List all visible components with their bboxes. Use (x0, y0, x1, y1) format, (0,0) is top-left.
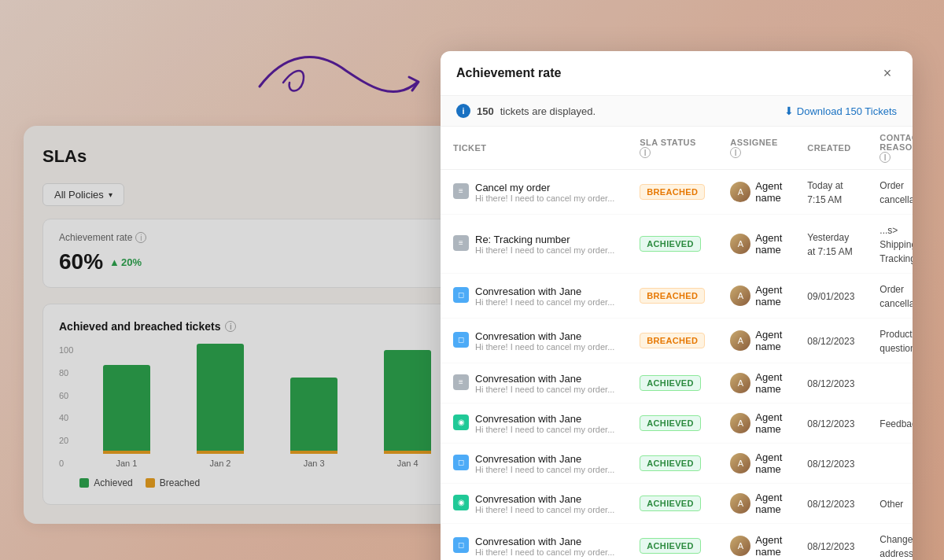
modal-title: Achievement rate (456, 66, 561, 80)
sla-status-cell-1: ACHIEVED (627, 215, 717, 274)
sla-status-cell-7: ACHIEVED (627, 484, 717, 524)
sla-status-cell-2: BREACHED (627, 274, 717, 319)
ticket-name-7: Convresation with Jane (475, 493, 614, 505)
achievement-rate-modal: Achievement rate × i 150 tickets are dis… (441, 51, 913, 560)
avatar-3: A (730, 330, 750, 351)
assignee-cell-1: A Agent name (717, 215, 795, 274)
ticket-text-1: Re: Tracking number Hi there! I need to … (475, 234, 614, 255)
modal-header: Achievement rate × (441, 51, 913, 96)
contact-reason-3: Product question (879, 329, 913, 354)
assignee-info-icon[interactable]: i (730, 147, 741, 158)
ticket-cell-0: ≡ Cancel my order Hi there! I need to ca… (441, 170, 627, 215)
table-row: ◻ Convresation with Jane Hi there! I nee… (441, 319, 913, 363)
assignee-name-6: Agent name (755, 451, 782, 475)
contact-reason-cell-1: ...s> Shipping > Tracking (867, 215, 913, 274)
contact-reason-8: Change of address (879, 534, 913, 559)
created-text-0: Today at 7:15 AM (807, 180, 843, 205)
ticket-cell-1: ≡ Re: Tracking number Hi there! I need t… (441, 215, 627, 274)
ticket-name-3: Convresation with Jane (475, 330, 614, 342)
col-assignee: ASSIGNEE i (717, 127, 795, 170)
col-created: CREATED (795, 127, 867, 170)
ticket-icon-0: ≡ (453, 183, 469, 199)
created-cell-5: 08/12/2023 (795, 403, 867, 444)
ticket-cell-8: ◻ Convresation with Jane Hi there! I nee… (441, 524, 627, 561)
ticket-preview-2: Hi there! I need to cancel my order... (475, 297, 614, 307)
ticket-cell-2: ◻ Convresation with Jane Hi there! I nee… (441, 274, 627, 319)
tickets-count-section: i 150 tickets are displayed. (456, 104, 596, 118)
table-row: ≡ Re: Tracking number Hi there! I need t… (441, 215, 913, 274)
ticket-name-0: Cancel my order (475, 182, 614, 193)
tickets-count-value: 150 (477, 105, 494, 117)
col-contact-reason: CONTACT REASON i (867, 127, 913, 170)
modal-close-button[interactable]: × (878, 64, 897, 83)
table-row: ◻ Convresation with Jane Hi there! I nee… (441, 274, 913, 319)
created-cell-6: 08/12/2023 (795, 444, 867, 484)
table-header: TICKET SLA STATUS i ASSIGNEE i CREATED C… (441, 127, 913, 170)
contact-reason-7: Other (879, 499, 903, 510)
created-text-8: 08/12/2023 (807, 541, 854, 552)
contact-reason-cell-7: Other (867, 484, 913, 524)
sla-badge-3: BREACHED (640, 333, 705, 348)
ticket-text-0: Cancel my order Hi there! I need to canc… (475, 182, 614, 203)
created-cell-7: 08/12/2023 (795, 484, 867, 524)
assignee-cell-7: A Agent name (717, 484, 795, 524)
assignee-cell-6: A Agent name (717, 444, 795, 484)
avatar-5: A (730, 413, 750, 433)
contact-reason-1: ...s> Shipping > Tracking (879, 225, 913, 264)
ticket-icon-8: ◻ (453, 537, 469, 553)
created-cell-4: 08/12/2023 (795, 363, 867, 403)
ticket-name-6: Convresation with Jane (475, 453, 614, 465)
table-row: ◻ Convresation with Jane Hi there! I nee… (441, 444, 913, 484)
table-row: ◉ Convresation with Jane Hi there! I nee… (441, 403, 913, 444)
sla-badge-1: ACHIEVED (640, 236, 700, 252)
ticket-preview-0: Hi there! I need to cancel my order... (475, 193, 614, 203)
ticket-text-5: Convresation with Jane Hi there! I need … (475, 413, 614, 434)
tickets-info-icon: i (456, 104, 470, 118)
sla-status-info-icon[interactable]: i (640, 147, 651, 158)
sla-status-cell-5: ACHIEVED (627, 403, 717, 444)
assignee-cell-8: A Agent name (717, 524, 795, 561)
created-cell-2: 09/01/2023 (795, 274, 867, 319)
ticket-name-5: Convresation with Jane (475, 413, 614, 425)
ticket-name-4: Convresation with Jane (475, 373, 614, 385)
sla-badge-5: ACHIEVED (640, 415, 700, 431)
avatar-4: A (730, 373, 750, 393)
ticket-preview-3: Hi there! I need to cancel my order... (475, 342, 614, 352)
download-tickets-link[interactable]: ⬇ Download 150 Tickets (784, 105, 897, 117)
ticket-cell-7: ◉ Convresation with Jane Hi there! I nee… (441, 484, 627, 524)
ticket-text-6: Convresation with Jane Hi there! I need … (475, 453, 614, 474)
created-text-1: Yesterday at 7:15 AM (807, 232, 852, 257)
table-row: ◉ Convresation with Jane Hi there! I nee… (441, 484, 913, 524)
sla-badge-2: BREACHED (640, 288, 705, 304)
assignee-cell-0: A Agent name (717, 170, 795, 215)
col-ticket: TICKET (441, 127, 627, 170)
contact-reason-2: Order cancellation (879, 284, 913, 309)
sla-status-cell-6: ACHIEVED (627, 444, 717, 484)
avatar-0: A (730, 182, 750, 202)
ticket-preview-7: Hi there! I need to cancel my order... (475, 505, 614, 514)
download-icon: ⬇ (784, 105, 794, 117)
contact-reason-cell-4 (867, 363, 913, 403)
tickets-count-text: tickets are displayed. (500, 105, 596, 117)
sla-status-cell-4: ACHIEVED (627, 363, 717, 403)
ticket-icon-1: ≡ (453, 235, 469, 251)
contact-reason-info-icon[interactable]: i (879, 152, 891, 163)
sla-badge-8: ACHIEVED (640, 538, 700, 554)
sla-status-cell-3: BREACHED (627, 319, 717, 363)
ticket-text-4: Convresation with Jane Hi there! I need … (475, 373, 614, 394)
ticket-text-7: Convresation with Jane Hi there! I need … (475, 493, 614, 514)
assignee-name-7: Agent name (755, 492, 782, 515)
contact-reason-cell-0: Order cancellation (867, 170, 913, 215)
table-body: ≡ Cancel my order Hi there! I need to ca… (441, 170, 913, 561)
created-cell-8: 08/12/2023 (795, 524, 867, 561)
ticket-name-8: Convresation with Jane (475, 536, 614, 547)
sla-status-cell-0: BREACHED (627, 170, 717, 215)
created-cell-0: Today at 7:15 AM (795, 170, 867, 215)
contact-reason-cell-8: Change of address (867, 524, 913, 561)
assignee-name-0: Agent name (755, 180, 782, 204)
ticket-preview-5: Hi there! I need to cancel my order... (475, 425, 614, 434)
assignee-cell-5: A Agent name (717, 403, 795, 444)
ticket-icon-2: ◻ (453, 287, 469, 303)
assignee-cell-4: A Agent name (717, 363, 795, 403)
ticket-cell-5: ◉ Convresation with Jane Hi there! I nee… (441, 403, 627, 444)
